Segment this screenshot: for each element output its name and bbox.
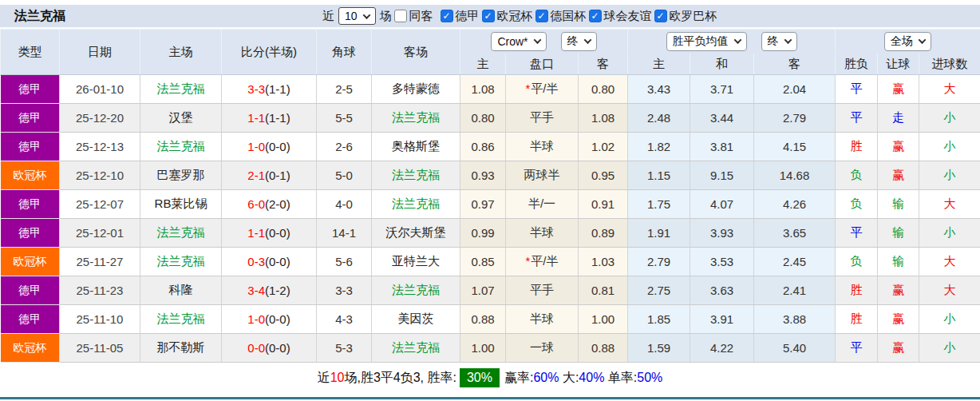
league-badge: 欧冠杯 [1, 334, 60, 363]
avg-home-odds: 1.15 [628, 161, 690, 190]
same-venue-checkbox[interactable] [394, 10, 407, 22]
competition-checkbox[interactable]: ✓ [589, 10, 602, 22]
handicap-text: 两球半 [524, 168, 560, 181]
match-score: 6-0(2-0) [222, 190, 317, 219]
avg-draw-odds: 3.81 [690, 133, 754, 161]
odds-time-select[interactable]: 终 [561, 32, 597, 51]
avg-draw-odds: 3.91 [690, 305, 754, 334]
avg-draw-odds: 3.44 [690, 104, 754, 133]
summary-segment-1: 10 [330, 371, 345, 385]
league-badge: 德甲 [1, 133, 60, 161]
fulltime-score: 1-0 [247, 312, 265, 326]
competition-checkbox[interactable]: ✓ [535, 10, 548, 22]
bookmaker-value: Crow* [497, 35, 528, 48]
competition-label: 德甲 [456, 9, 480, 24]
crow-handicap: 半球 [506, 219, 579, 248]
result-outcome: 负 [836, 248, 878, 276]
avg-home-odds: 1.75 [628, 190, 690, 219]
match-history-table: 类型 日期 主场 比分(半场) 角球 客场 Crow* 终 [0, 29, 980, 363]
crow-handicap: *平/半 [506, 248, 579, 276]
filter-group: 近 10 场 同客 ✓德甲✓欧冠杯✓德国杯✓球会友谊✓欧罗巴杯 [322, 5, 717, 27]
match-score: 0-3(0-0) [222, 248, 317, 276]
match-row: 欧冠杯25-12-10巴塞罗那2-1(0-1)5-0法兰克福0.93两球半0.9… [1, 161, 980, 190]
away-team: 法兰克福 [372, 190, 460, 219]
avg-home-odds: 2.75 [628, 276, 690, 305]
home-team: 法兰克福 [140, 219, 222, 248]
halftime-score: (0-0) [265, 226, 290, 240]
away-team: 奥格斯堡 [372, 133, 460, 161]
goals-outcome: 大 [919, 248, 980, 276]
match-stats-panel: 法兰克福 近 10 场 同客 ✓德甲✓欧冠杯✓德国杯✓球会友谊✓欧罗巴杯 类型 … [0, 0, 980, 401]
competition-checkbox[interactable]: ✓ [482, 10, 495, 22]
avg-away-odds: 3.65 [754, 219, 836, 248]
summary-segment-7: 40% [579, 371, 604, 385]
summary-segment-3: 30% [460, 368, 500, 387]
odds-time-value: 终 [567, 34, 579, 49]
match-row: 德甲25-12-20汉堡1-1(1-1)5-5法兰克福0.80平手1.082.4… [1, 104, 980, 133]
match-score: 1-0(0-0) [222, 133, 317, 161]
league-badge: 德甲 [1, 104, 60, 133]
avg-draw-odds: 3.93 [690, 219, 754, 248]
halftime-score: (1-1) [265, 82, 290, 96]
handicap-text: 平手 [530, 283, 554, 296]
col-header-home: 主场 [140, 30, 222, 75]
crow-handicap: 半/一 [506, 190, 579, 219]
crow-away-odds: 1.00 [579, 305, 628, 334]
halftime-score: (1-1) [265, 111, 290, 125]
avg-home-odds: 2.79 [628, 248, 690, 276]
avg-time-select[interactable]: 终 [761, 32, 797, 51]
crow-away-odds: 0.95 [579, 161, 628, 190]
halftime-score: (2-0) [265, 197, 290, 211]
odds-dropdown-group: Crow* 终 [460, 30, 628, 54]
competition-filter-2: ✓德国杯 [533, 9, 587, 24]
fulltime-score: 1-1 [247, 226, 265, 240]
recent-label-suffix: 场 [380, 9, 392, 24]
result-outcome: 平 [836, 75, 878, 104]
halftime-score: (0-0) [265, 140, 290, 153]
result-scope-select[interactable]: 全场 [884, 32, 931, 51]
goals-outcome: 小 [919, 334, 980, 363]
corner-score: 4-0 [317, 190, 372, 219]
chevron-down-icon [919, 36, 927, 44]
competition-checkbox[interactable]: ✓ [441, 10, 453, 22]
fulltime-score: 0-3 [247, 255, 265, 268]
page-title: 法兰克福 [14, 8, 65, 25]
match-row: 德甲25-12-01法兰克福1-1(0-0)14-1沃尔夫斯堡0.99半球0.8… [1, 219, 980, 248]
match-date: 25-11-27 [60, 248, 140, 276]
bottom-divider [0, 397, 980, 399]
sub-header-handicap: 盘口 [506, 54, 579, 75]
avg-away-odds: 2.79 [754, 104, 836, 133]
result-outcome: 平 [836, 104, 878, 133]
summary-segment-8: 单率: [604, 370, 637, 387]
crow-handicap: 平手 [506, 104, 579, 133]
chevron-down-icon [733, 36, 741, 44]
sub-header-crow-home: 主 [460, 54, 506, 75]
result-outcome: 胜 [836, 276, 878, 305]
away-team: 多特蒙德 [372, 75, 460, 104]
summary-segment-5: 60% [533, 371, 559, 385]
summary-segment-0: 近 [318, 370, 330, 387]
bookmaker-select[interactable]: Crow* [491, 32, 546, 51]
crow-away-odds: 0.89 [579, 219, 628, 248]
sub-header-goals: 进球数 [919, 54, 980, 75]
goals-outcome: 大 [919, 190, 980, 219]
result-outcome: 胜 [836, 305, 878, 334]
sub-header-crow-away: 客 [579, 54, 628, 75]
goals-outcome: 小 [919, 161, 980, 190]
recent-count-select[interactable]: 10 [338, 7, 376, 25]
handicap-text: 平手 [530, 110, 554, 124]
handicap-text: 半球 [530, 312, 554, 325]
competition-checkbox[interactable]: ✓ [654, 10, 667, 22]
result-outcome: 平 [836, 334, 878, 363]
avg-away-odds: 2.45 [754, 248, 836, 276]
summary-segment-9: 50% [637, 371, 662, 385]
match-score: 2-1(0-1) [222, 161, 317, 190]
avg-odds-select[interactable]: 胜平负均值 [666, 32, 747, 51]
summary-segment-6: 大: [559, 370, 579, 387]
avg-away-odds: 2.04 [754, 75, 836, 104]
home-team: RB莱比锡 [140, 190, 222, 219]
fulltime-score: 2-1 [247, 169, 265, 182]
avg-home-odds: 2.48 [628, 104, 690, 133]
handicap-star: * [525, 81, 530, 95]
match-score: 1-0(0-0) [222, 305, 317, 334]
